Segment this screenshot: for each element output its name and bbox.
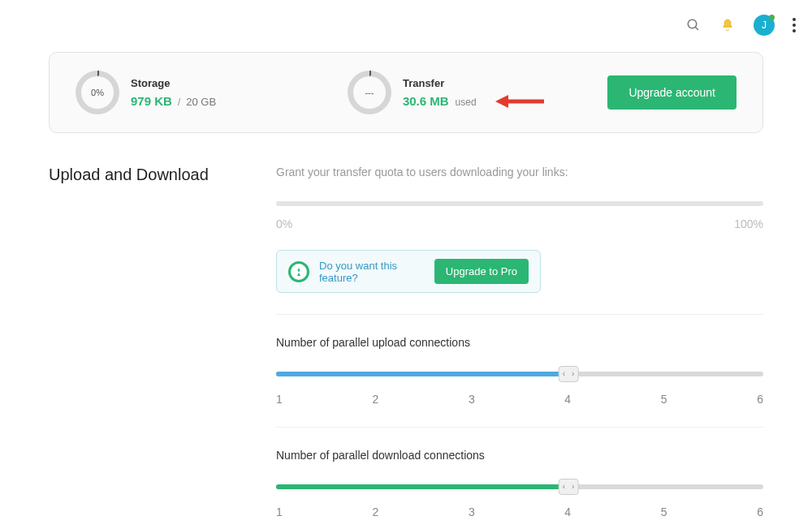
tick: 5 [661,393,667,406]
search-icon[interactable] [685,17,702,33]
download-section-title: Number of parallel download connections [276,449,763,462]
main-content: Upload and Download Grant your transfer … [0,166,812,518]
download-slider[interactable]: ‹› [276,484,763,489]
storage-percent: 0% [81,76,114,109]
upgrade-account-button[interactable]: Upgrade account [607,75,736,110]
tick: 3 [469,393,475,406]
tick: 4 [564,393,571,406]
transfer-block: --- Transfer 30.6 MB used [348,71,477,114]
divider [276,427,763,428]
svg-point-0 [688,19,697,28]
topbar: J [0,0,812,36]
tick: 4 [564,505,571,518]
storage-title: Storage [131,77,216,89]
divider [276,314,763,315]
avatar[interactable]: J [754,15,775,36]
upload-slider-handle[interactable]: ‹› [559,366,579,382]
storage-limit: 20 GB [186,96,216,108]
transfer-value: 30.6 MB [403,94,449,108]
tick: 1 [276,505,283,518]
storage-sep: / [178,96,181,108]
tick: 5 [661,505,667,518]
quota-slider[interactable] [276,201,763,206]
upload-slider[interactable]: ‹› [276,372,763,376]
transfer-ring: --- [348,71,391,114]
download-ticks: 1 2 3 4 5 6 [276,505,763,518]
upgrade-to-pro-button[interactable]: Upgrade to Pro [434,259,529,284]
download-slider-handle[interactable]: ‹› [559,479,579,495]
usage-card: 0% Storage 979 KB / 20 GB --- Transfer 3… [49,52,763,133]
transfer-percent: --- [353,76,386,109]
menu-dots-icon[interactable] [793,18,796,32]
storage-value: 979 KB [131,94,172,108]
transfer-title: Transfer [403,77,477,89]
upload-section-title: Number of parallel upload connections [276,336,763,349]
bell-icon[interactable] [719,17,736,33]
avatar-initial: J [762,19,767,31]
tick: 6 [757,505,763,518]
transfer-used-label: used [456,97,477,108]
upload-ticks: 1 2 3 4 5 6 [276,393,763,406]
storage-ring: 0% [76,71,119,114]
tick: 3 [469,505,475,518]
rocket-icon [288,261,309,282]
section-heading: Upload and Download [49,166,244,184]
quota-label: Grant your transfer quota to users downl… [276,166,763,178]
svg-marker-3 [495,95,508,108]
svg-line-1 [695,27,698,30]
tick: 6 [757,393,763,406]
tick: 2 [372,393,378,406]
feature-text: Do you want this feature? [319,260,425,284]
feature-promo-box: Do you want this feature? Upgrade to Pro [276,250,541,293]
quota-max-tick: 100% [734,217,763,230]
tick: 2 [372,505,378,518]
quota-min-tick: 0% [276,217,292,230]
storage-block: 0% Storage 979 KB / 20 GB [76,71,216,114]
tick: 1 [276,393,283,406]
annotation-arrow-icon [495,92,544,111]
